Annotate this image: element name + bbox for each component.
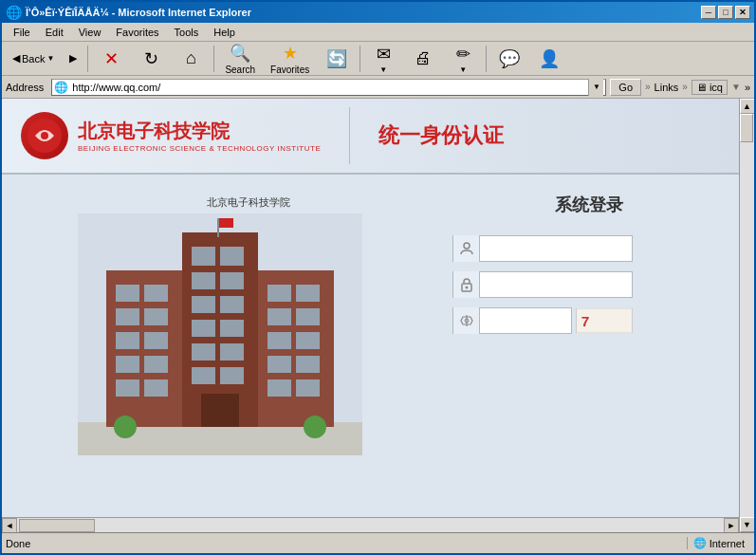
back-label: Back	[22, 53, 45, 65]
svg-rect-24	[192, 343, 215, 361]
scroll-down-button[interactable]: ▼	[740, 517, 755, 532]
header-divider	[349, 107, 350, 164]
svg-rect-11	[144, 332, 168, 349]
captcha-icon	[453, 307, 480, 334]
search-button[interactable]: 🔍 Search	[218, 40, 262, 78]
maximize-button[interactable]: □	[718, 6, 733, 19]
title-bar: 🌐 Ï'Ô»Êï·ÝÊïÎÄÅÄ¼ - Microsoft Internet E…	[2, 2, 754, 23]
svg-rect-18	[192, 272, 215, 289]
page-body: 北京电子科技学院	[2, 175, 739, 517]
menu-file[interactable]: File	[6, 25, 38, 40]
scroll-up-button[interactable]: ▲	[740, 99, 755, 114]
print-icon: 🖨	[415, 48, 432, 68]
search-icon: 🔍	[230, 43, 250, 64]
messenger-button[interactable]: 👤	[530, 46, 568, 72]
menu-tools[interactable]: Tools	[167, 25, 207, 40]
svg-rect-30	[267, 308, 291, 325]
back-dropdown-icon: ▼	[46, 54, 54, 63]
favorites-button[interactable]: ★ Favorites	[264, 40, 316, 78]
status-bar: Done 🌐 Internet	[2, 532, 754, 553]
status-zone: 🌐 Internet	[687, 537, 750, 549]
svg-rect-37	[296, 379, 320, 397]
toolbar: ◀ Back ▼ ▶ ✕ ↻ ⌂ 🔍 Search ★ Favorites 🔄	[2, 42, 754, 76]
svg-rect-7	[144, 285, 168, 302]
forward-button[interactable]: ▶	[63, 48, 83, 68]
menu-favorites[interactable]: Favorites	[108, 25, 166, 40]
logo-area: 北京电子科技学院 BEIJING ELECTRONIC SCIENCE & TE…	[21, 112, 321, 159]
v-scroll-thumb[interactable]	[740, 114, 753, 142]
scroll-right-button[interactable]: ►	[724, 518, 739, 533]
username-field	[452, 235, 633, 262]
username-icon	[453, 235, 480, 262]
close-button[interactable]: ✕	[735, 6, 750, 19]
building-caption: 北京电子科技学院	[78, 195, 419, 210]
h-scroll-track[interactable]	[17, 518, 724, 533]
links-area: » Links » 🖥 icq ▼ »	[645, 80, 750, 95]
bottom-scrollbar: ◄ ►	[2, 517, 739, 532]
print-button[interactable]: 🖨	[404, 46, 442, 71]
menu-help[interactable]: Help	[206, 25, 243, 40]
edit-dropdown-icon: ▼	[459, 65, 467, 74]
page-favicon: 🌐	[54, 81, 68, 94]
edit-button[interactable]: ✏ ▼	[444, 41, 482, 77]
captcha-image[interactable]: 7	[576, 308, 633, 333]
address-input[interactable]	[72, 80, 584, 95]
username-input[interactable]	[480, 236, 632, 261]
page-left-decoration	[78, 250, 83, 366]
back-button[interactable]: ◀ Back ▼	[6, 48, 61, 68]
svg-point-45	[464, 243, 470, 249]
favorites-label: Favorites	[270, 65, 309, 75]
media-button[interactable]: 🔄	[318, 46, 356, 72]
svg-point-42	[304, 416, 326, 438]
svg-rect-16	[192, 247, 215, 266]
svg-rect-14	[116, 379, 139, 397]
stop-button[interactable]: ✕	[92, 46, 130, 72]
browser-content: 北京电子科技学院 BEIJING ELECTRONIC SCIENCE & TE…	[2, 99, 754, 532]
svg-rect-17	[220, 247, 244, 266]
captcha-input[interactable]	[480, 308, 571, 333]
home-button[interactable]: ⌂	[172, 46, 210, 71]
links-label: Links	[655, 82, 679, 93]
h-scroll-thumb[interactable]	[19, 519, 95, 532]
logo-circle	[21, 112, 68, 159]
login-panel: 系统登录	[438, 175, 647, 517]
svg-rect-20	[192, 296, 215, 313]
menu-bar: File Edit View Favorites Tools Help	[2, 23, 754, 42]
mail-button[interactable]: ✉ ▼	[364, 41, 402, 77]
svg-rect-25	[220, 343, 244, 361]
forward-icon: ▶	[69, 52, 77, 65]
discuss-button[interactable]: 💬	[490, 46, 528, 72]
toolbar-separator-1	[87, 46, 88, 72]
svg-rect-36	[267, 379, 291, 397]
zone-label: Internet	[710, 538, 745, 549]
svg-rect-26	[192, 367, 215, 384]
minimize-button[interactable]: ─	[701, 6, 716, 19]
logo-en-text: BEIJING ELECTRONIC SCIENCE & TECHNOLOGY …	[78, 144, 321, 153]
password-input[interactable]	[480, 272, 632, 297]
internet-icon: 🌐	[693, 537, 707, 549]
mail-icon: ✉	[377, 44, 391, 65]
svg-rect-15	[144, 379, 168, 397]
icq-label: 🖥 icq	[691, 80, 728, 95]
go-button[interactable]: Go	[610, 79, 641, 96]
extra-arrows-icon: »	[745, 82, 750, 93]
address-dropdown-button[interactable]: ▼	[588, 79, 603, 96]
captcha-field: 7	[452, 307, 633, 334]
svg-rect-13	[144, 356, 168, 373]
svg-rect-21	[220, 296, 244, 313]
v-scroll-track[interactable]	[740, 114, 754, 517]
links-arrows-icon: »	[645, 82, 651, 92]
title-bar-left: 🌐 Ï'Ô»Êï·ÝÊïÎÄÅÄ¼ - Microsoft Internet E…	[6, 5, 251, 20]
media-icon: 🔄	[326, 48, 347, 69]
menu-edit[interactable]: Edit	[38, 25, 71, 40]
vertical-scrollbar: ▲ ▼	[739, 99, 754, 532]
refresh-button[interactable]: ↻	[132, 46, 170, 72]
svg-point-47	[465, 287, 468, 289]
svg-rect-27	[220, 367, 244, 384]
scroll-left-button[interactable]: ◄	[2, 518, 17, 533]
refresh-icon: ↻	[144, 48, 158, 69]
icq-dropdown-icon: ▼	[731, 82, 741, 92]
toolbar-separator-2	[213, 46, 214, 72]
svg-rect-39	[217, 218, 219, 237]
menu-view[interactable]: View	[71, 25, 109, 40]
